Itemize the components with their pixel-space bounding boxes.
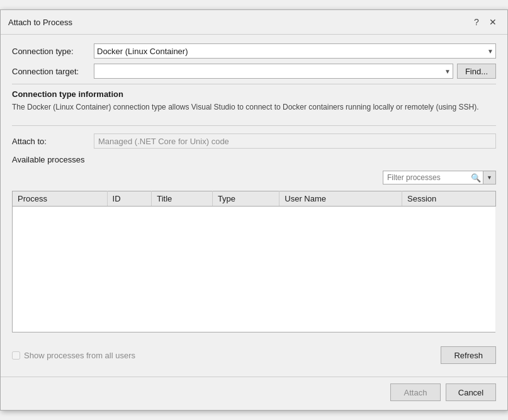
- col-username: User Name: [279, 191, 402, 207]
- attach-to-label: Attach to:: [12, 137, 94, 146]
- bottom-row: Show processes from all users Refresh: [12, 341, 496, 364]
- attach-to-placeholder: Managed (.NET Core for Unix) code: [98, 137, 229, 146]
- col-session: Session: [402, 191, 496, 207]
- cancel-button[interactable]: Cancel: [446, 383, 496, 401]
- connection-type-select[interactable]: Docker (Linux Container) Local Remote (W…: [94, 43, 496, 59]
- col-id: ID: [107, 191, 152, 207]
- info-section: Connection type information The Docker (…: [12, 84, 496, 113]
- processes-section: Available processes 🔍 ▼ Process ID Title…: [12, 155, 496, 364]
- dialog-footer: Attach Cancel: [1, 377, 507, 410]
- filter-processes-input[interactable]: [383, 171, 483, 184]
- connection-target-dropdown-wrapper: ▼: [94, 64, 453, 79]
- process-table-body: [13, 207, 496, 332]
- filter-dropdown-button[interactable]: ▼: [483, 171, 496, 184]
- find-button[interactable]: Find...: [457, 64, 496, 79]
- close-button[interactable]: ✕: [486, 15, 500, 29]
- show-all-processes-label[interactable]: Show processes from all users: [12, 351, 135, 360]
- refresh-button[interactable]: Refresh: [441, 346, 496, 364]
- connection-target-select[interactable]: [94, 64, 453, 79]
- connection-target-label: Connection target:: [12, 67, 94, 76]
- process-table-header-row: Process ID Title Type User Name Session: [13, 191, 496, 207]
- col-process: Process: [13, 191, 108, 207]
- attach-to-process-dialog: Attach to Process ? ✕ Connection type: D…: [0, 9, 508, 411]
- filter-input-wrapper: 🔍: [383, 171, 483, 184]
- title-bar-controls: ? ✕: [470, 15, 500, 29]
- process-table: Process ID Title Type User Name Session: [12, 191, 496, 332]
- search-icon: 🔍: [471, 173, 481, 183]
- show-all-processes-checkbox[interactable]: [12, 351, 20, 360]
- info-section-text: The Docker (Linux Container) connection …: [12, 101, 496, 113]
- connection-type-control: Docker (Linux Container) Local Remote (W…: [94, 43, 496, 59]
- col-title: Title: [152, 191, 213, 207]
- connection-type-label: Connection type:: [12, 47, 94, 56]
- attach-button[interactable]: Attach: [390, 383, 441, 401]
- connection-target-row: Connection target: ▼ Find...: [12, 64, 496, 79]
- attach-to-row: Attach to: Managed (.NET Core for Unix) …: [12, 125, 496, 149]
- process-table-header: Process ID Title Type User Name Session: [13, 191, 496, 207]
- info-section-title: Connection type information: [12, 89, 496, 99]
- filter-row: 🔍 ▼: [12, 171, 496, 184]
- connection-type-dropdown-wrapper: Docker (Linux Container) Local Remote (W…: [94, 43, 496, 59]
- dialog-title: Attach to Process: [8, 18, 72, 27]
- attach-to-value: Managed (.NET Core for Unix) code: [94, 133, 496, 149]
- show-all-processes-text: Show processes from all users: [24, 351, 135, 360]
- dialog-content: Connection type: Docker (Linux Container…: [1, 35, 507, 373]
- connection-type-row: Connection type: Docker (Linux Container…: [12, 43, 496, 59]
- col-type: Type: [212, 191, 279, 207]
- title-bar: Attach to Process ? ✕: [1, 10, 507, 35]
- connection-target-control: ▼ Find...: [94, 64, 496, 79]
- processes-label: Available processes: [12, 155, 496, 164]
- help-button[interactable]: ?: [470, 15, 483, 29]
